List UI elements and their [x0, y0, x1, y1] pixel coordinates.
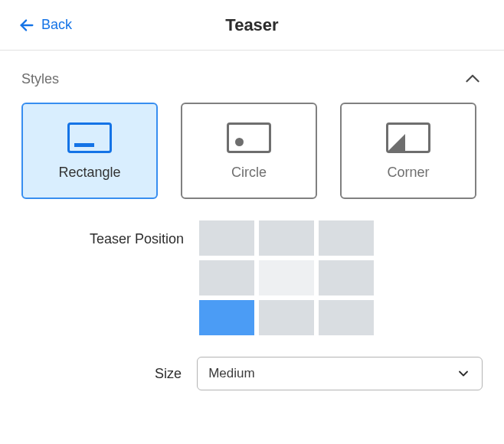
style-card-row: Rectangle Circle Corner: [21, 103, 483, 199]
size-select[interactable]: Medium: [197, 357, 483, 390]
corner-style-icon: [386, 122, 430, 154]
circle-style-icon: [227, 122, 271, 154]
position-top-right[interactable]: [319, 220, 374, 256]
chevron-down-icon: [456, 366, 471, 381]
position-top-center[interactable]: [259, 220, 314, 256]
style-card-label: Rectangle: [58, 165, 120, 181]
styles-section: Styles Rectangle Circle Corner Teaser Po…: [0, 51, 504, 390]
chevron-up-icon: [463, 69, 483, 89]
size-value: Medium: [208, 366, 254, 381]
size-label: Size: [21, 366, 197, 382]
position-middle-right[interactable]: [319, 260, 374, 295]
size-row: Size Medium: [21, 357, 483, 390]
position-grid: [199, 220, 374, 335]
position-top-left[interactable]: [199, 220, 254, 256]
arrow-left-icon: [18, 17, 35, 34]
teaser-position-label: Teaser Position: [21, 220, 199, 247]
back-button[interactable]: Back: [0, 17, 72, 34]
position-middle-left[interactable]: [199, 260, 254, 295]
position-bottom-left[interactable]: [199, 300, 254, 335]
back-label: Back: [41, 17, 72, 33]
page-title: Teaser: [0, 15, 504, 35]
header: Back Teaser: [0, 0, 504, 51]
rectangle-style-icon: [67, 122, 112, 154]
position-bottom-right[interactable]: [319, 300, 374, 335]
section-title: Styles: [21, 71, 59, 87]
position-middle-center[interactable]: [259, 260, 314, 295]
style-card-label: Circle: [231, 165, 267, 181]
styles-section-header[interactable]: Styles: [21, 69, 483, 103]
size-select-wrap: Medium: [197, 357, 483, 390]
teaser-position-row: Teaser Position: [21, 220, 483, 335]
position-bottom-center[interactable]: [259, 300, 314, 335]
style-card-rectangle[interactable]: Rectangle: [21, 103, 158, 199]
style-card-label: Corner: [387, 165, 429, 181]
style-card-corner[interactable]: Corner: [340, 103, 476, 199]
style-card-circle[interactable]: Circle: [181, 103, 317, 199]
